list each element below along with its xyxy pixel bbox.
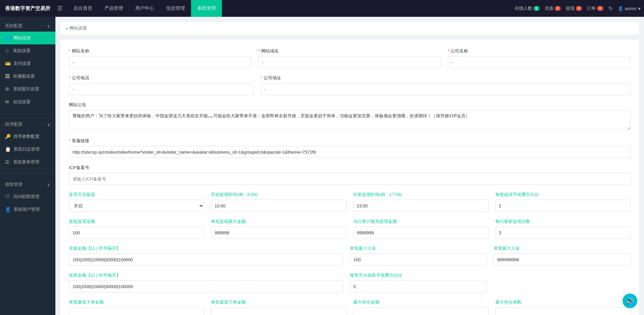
sidebar-section-permission-header[interactable]: 权限管理 ∨	[0, 179, 55, 190]
form-group-min-invest: 单笔最小入金	[350, 245, 487, 266]
announcement-textarea[interactable]	[69, 110, 631, 130]
nav-info[interactable]: 信息管理	[160, 0, 191, 17]
form-group-customer-link: 客服链接	[69, 138, 631, 158]
company-phone-label: 公司电话	[69, 75, 254, 81]
form-group-withdraw-start: 开始提现时间(例：8:59)	[211, 192, 346, 212]
sidebar-item-access-control[interactable]: 🛡 访问权限管理	[0, 190, 55, 203]
min-withdraw-input[interactable]	[69, 227, 204, 239]
max-order-input[interactable]	[211, 307, 346, 315]
sidebar-section-system-config-header[interactable]: 系统配置 ∨	[0, 20, 55, 32]
withdraw-start-input[interactable]	[211, 200, 346, 212]
max-hold-amount-input[interactable]	[353, 307, 489, 315]
form-group-max-order: 单笔最高下单金额	[211, 299, 346, 315]
sidebar-section-permission: 权限管理 ∨ 🛡 访问权限管理 👤 系统用户管理	[0, 175, 55, 219]
invest-amounts-label: 投资金额【以 | 符号隔开】	[69, 272, 343, 278]
online-count-stat: 在线人数 1	[515, 5, 540, 11]
sidebar-item-system-image-settings[interactable]: ⚙ 系统图片设置	[0, 83, 55, 95]
company-name-label: 公司名称	[448, 48, 631, 54]
chevron-down-icon-2: ∨	[47, 122, 50, 127]
withdraw-start-label: 开始提现时间(例：8:59)	[211, 192, 346, 198]
sidebar-item-carousel-settings[interactable]: 🖼 轮播图设置	[0, 70, 55, 83]
nav-system[interactable]: 系统管理	[191, 0, 222, 17]
max-daily-times-input[interactable]	[495, 227, 631, 239]
max-order-label: 单笔最高下单金额	[211, 299, 346, 305]
form-group-max-hold-count: 最大持仓单数	[495, 299, 631, 315]
form-row-10: 单笔最低下单金额 单笔最高下单金额 最大持仓金额 最大持仓单数	[69, 299, 631, 315]
max-hold-count-label: 最大持仓单数	[495, 299, 631, 305]
form-group-company-phone: 公司电话	[69, 75, 254, 95]
invest-amounts-input[interactable]	[69, 280, 343, 292]
sidebar-section-program-config-header[interactable]: 程序配置 ∨	[0, 119, 55, 130]
form-row-3: 网站公告	[69, 102, 631, 131]
recharge-amounts-label: 充值金额【以 | 符号隔开】	[69, 245, 343, 251]
max-hold-amount-label: 最大持仓金额	[353, 299, 489, 305]
form-group-website-name: 网站名称	[69, 48, 251, 68]
nav-products[interactable]: 产品管理	[98, 0, 129, 17]
max-invest-input[interactable]	[494, 253, 631, 266]
max-daily-withdraw-input[interactable]	[353, 227, 489, 239]
withdraw-open-label: 是否开启提现	[69, 192, 204, 198]
max-single-withdraw-input[interactable]	[211, 227, 346, 239]
form-group-max-daily-times: 每日最多提现次数	[495, 219, 631, 239]
platform-fee-input[interactable]	[350, 280, 487, 292]
icp-input[interactable]	[69, 173, 631, 185]
nav-users[interactable]: 用户中心	[129, 0, 160, 17]
form-row-9: 投资金额【以 | 符号隔开】 每笔平台收取手续费百分比	[69, 272, 631, 292]
refresh-icon[interactable]: ↻	[608, 5, 613, 12]
website-name-input[interactable]	[69, 56, 251, 68]
layout: 系统配置 ∨ 🌐 网站信息 ☆ 奖励设置 💳 支付设置 🖼 轮播图设置 ⚙ 系	[0, 17, 644, 315]
website-domain-label: 网站域名	[258, 48, 441, 54]
chevron-down-icon: ∨	[47, 24, 50, 29]
form-group-placeholder	[494, 272, 631, 292]
form-group-max-invest: 单笔最大入金	[494, 245, 631, 266]
sidebar-item-system-menu[interactable]: ☰ 系统菜单管理	[0, 156, 55, 168]
sidebar-item-payment-settings[interactable]: 💳 支付设置	[0, 57, 55, 70]
form-row-7: 最低提现金额 单笔提现最大金额 当日累计最高提现金额 每日最多提现次数	[69, 219, 631, 239]
sidebar-item-sms-settings[interactable]: ✉ 短信设置	[0, 95, 55, 108]
withdraw-open-select[interactable]: 开启 关闭	[69, 200, 204, 212]
max-daily-times-label: 每日最多提现次数	[495, 219, 631, 225]
form-group-min-order: 单笔最低下单金额	[69, 299, 204, 315]
recharge-stat: 充值 0	[545, 5, 561, 11]
form-group-icp: ICP备案号	[69, 165, 631, 185]
recharge-amounts-input[interactable]	[69, 253, 343, 266]
withdraw-end-label: 结束提现时间(例：17:59)	[353, 192, 489, 198]
gear-icon: ⚙	[5, 86, 10, 92]
order-badge: 0	[597, 6, 603, 11]
menu-toggle-icon[interactable]: ☰	[57, 5, 62, 12]
company-name-input[interactable]	[448, 56, 631, 68]
top-right-area: 在线人数 1 充值 0 提现 0 订单 0 ↻ 👤 admin ▾	[515, 5, 641, 12]
withdraw-end-input[interactable]	[353, 200, 489, 212]
order-stat: 订单 0	[587, 5, 603, 11]
globe-icon: 🌐	[5, 35, 11, 41]
form-group-fee-percent: 每笔提现手续费百分比	[495, 192, 631, 212]
sound-button[interactable]: 🔊	[623, 293, 637, 308]
admin-menu[interactable]: 👤 admin ▾	[618, 6, 641, 11]
fee-percent-input[interactable]	[495, 200, 631, 212]
website-settings-form: 网站名称 网站域名 公司名称 公司电话 公司	[60, 40, 639, 315]
customer-link-input[interactable]	[69, 146, 631, 158]
website-domain-input[interactable]	[258, 56, 441, 68]
online-badge: 1	[534, 6, 540, 11]
nav-dashboard[interactable]: 后台首页	[67, 0, 98, 17]
dropdown-icon: ▾	[638, 6, 641, 11]
company-phone-input[interactable]	[69, 83, 254, 95]
user-icon: 👤	[618, 6, 623, 11]
form-group-withdraw-open: 是否开启提现 开启 关闭	[69, 192, 204, 212]
announcement-label: 网站公告	[69, 102, 631, 108]
menu-icon-sidebar: ☰	[5, 159, 10, 165]
sidebar-section-program-config: 程序配置 ∨ 🔑 程序参数配置 📋 系统日志管理 ☰ 系统菜单管理	[0, 115, 55, 172]
sidebar-item-reward-settings[interactable]: ☆ 奖励设置	[0, 44, 55, 57]
sidebar-item-program-params[interactable]: 🔑 程序参数配置	[0, 130, 55, 143]
sidebar-item-system-users[interactable]: 👤 系统用户管理	[0, 203, 55, 216]
form-row-1: 网站名称 网站域名 公司名称	[69, 48, 631, 68]
max-hold-count-input[interactable]	[495, 307, 631, 315]
star-icon: ☆	[5, 48, 10, 53]
sidebar-item-website-info[interactable]: 🌐 网站信息	[0, 32, 55, 44]
log-icon: 📋	[5, 147, 11, 152]
company-address-input[interactable]	[261, 83, 631, 95]
min-order-input[interactable]	[69, 307, 204, 315]
min-invest-input[interactable]	[350, 253, 487, 266]
sidebar-item-system-log[interactable]: 📋 系统日志管理	[0, 143, 55, 156]
sms-icon: ✉	[5, 99, 10, 105]
